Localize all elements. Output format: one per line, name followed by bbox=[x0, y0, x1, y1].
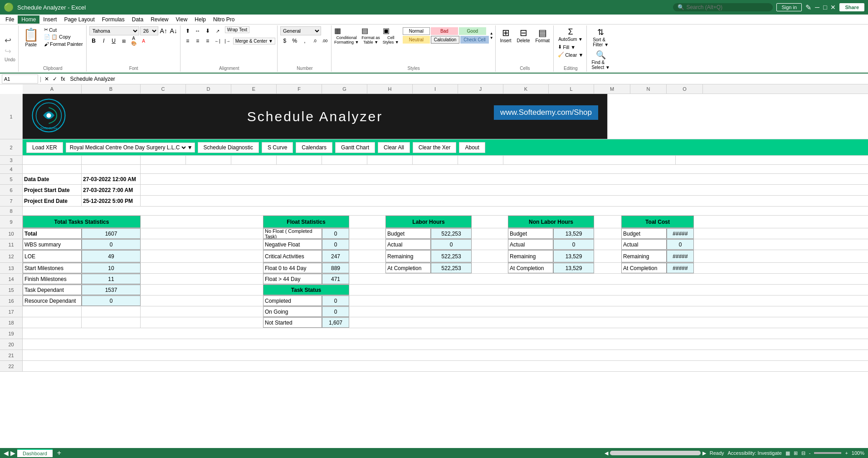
cell-completed-value[interactable]: 0 bbox=[322, 295, 349, 306]
cell-float044-value[interactable]: 889 bbox=[322, 263, 349, 273]
fill-color-button[interactable]: A🎨 bbox=[129, 36, 138, 45]
formula-input[interactable] bbox=[68, 75, 866, 83]
cell-nonlabor-budget-label[interactable]: Budget bbox=[508, 228, 553, 239]
undo-button[interactable]: ↩ bbox=[5, 35, 15, 45]
cell-notstarted-label[interactable]: Not Started bbox=[263, 317, 322, 328]
cell-wbs-value[interactable]: 0 bbox=[82, 239, 141, 250]
cell-nofloat-value[interactable]: 0 bbox=[322, 228, 349, 239]
cell-wbs-label[interactable]: WBS summary bbox=[23, 239, 82, 250]
cell-task-dep-value[interactable]: 1537 bbox=[82, 285, 141, 295]
col-header-d[interactable]: D bbox=[186, 84, 231, 94]
search-box[interactable]: 🔍 bbox=[673, 3, 773, 11]
cell-reference-box[interactable] bbox=[2, 74, 38, 84]
copy-button[interactable]: 📄 📋 Copy bbox=[43, 34, 84, 40]
cell-ongoing-label[interactable]: On Going bbox=[263, 306, 322, 317]
cell-negfloat-label[interactable]: Negative Float bbox=[263, 239, 322, 250]
cell-row19[interactable] bbox=[23, 328, 868, 339]
cell-res-dep-value[interactable]: 0 bbox=[82, 295, 141, 306]
comma-button[interactable]: , bbox=[300, 36, 309, 45]
decrease-font-button[interactable]: A↓ bbox=[169, 26, 178, 35]
cell-total-label[interactable]: Total bbox=[23, 228, 82, 239]
col-header-b[interactable]: B bbox=[82, 84, 141, 94]
increase-font-button[interactable]: A↑ bbox=[159, 26, 168, 35]
row-header-3[interactable]: 3 bbox=[0, 156, 23, 165]
format-as-table-btn[interactable]: ▤ Format asTable ▼ bbox=[361, 26, 380, 44]
cell-nonlabor-atcomp-value[interactable]: 13,529 bbox=[553, 263, 594, 273]
row-header-8[interactable]: 8 bbox=[0, 207, 23, 216]
cell-row21[interactable] bbox=[23, 350, 868, 360]
col-header-j[interactable]: J bbox=[458, 84, 503, 94]
cell-finish-mil-value[interactable]: 11 bbox=[82, 274, 141, 284]
ribbon-collapse-icon[interactable]: ✎ bbox=[805, 3, 811, 12]
col-header-e[interactable]: E bbox=[231, 84, 277, 94]
styles-expand-btn[interactable]: ▲ ▼ bbox=[490, 31, 493, 40]
row-header-14[interactable]: 14 bbox=[0, 274, 23, 285]
cell-b18[interactable] bbox=[82, 317, 141, 328]
cell-loe-value[interactable]: 49 bbox=[82, 250, 141, 262]
paste-button[interactable]: 📋 Paste bbox=[21, 26, 41, 48]
cell-a17[interactable] bbox=[23, 306, 82, 317]
style-calculation[interactable]: Calculation bbox=[431, 36, 459, 44]
cell-c3[interactable] bbox=[141, 156, 186, 164]
row-header-12[interactable]: 12 bbox=[0, 250, 23, 263]
col-header-n[interactable]: N bbox=[630, 84, 667, 94]
increase-decimal-button[interactable]: .0 bbox=[310, 36, 319, 45]
cell-negfloat-value[interactable]: 0 bbox=[322, 239, 349, 250]
cell-labor-budget-label[interactable]: Budget bbox=[385, 228, 431, 239]
cell-data-date-label[interactable]: Data Date bbox=[23, 174, 82, 184]
cell-cost-remaining-value[interactable]: ##### bbox=[667, 250, 694, 262]
cell-critical-label[interactable]: Critical Activities bbox=[263, 250, 322, 262]
row-header-16[interactable]: 16 bbox=[0, 295, 23, 306]
menu-help[interactable]: Help bbox=[191, 15, 210, 24]
menu-page-layout[interactable]: Page Layout bbox=[60, 15, 98, 24]
align-right-button[interactable]: ≡ bbox=[203, 36, 212, 45]
col-header-l[interactable]: L bbox=[549, 84, 594, 94]
style-bad[interactable]: Bad bbox=[431, 27, 458, 35]
cell-start-mil-label[interactable]: Start Milestones bbox=[23, 263, 82, 273]
clear-all-button[interactable]: Clear All bbox=[378, 142, 410, 153]
cell-cost-atcomp-label[interactable]: At Completion bbox=[621, 263, 667, 273]
font-size-select[interactable]: 26 bbox=[140, 26, 158, 35]
font-name-select[interactable]: Tahoma bbox=[89, 26, 139, 35]
style-check-cell[interactable]: Check Cell bbox=[460, 36, 488, 44]
gantt-chart-button[interactable]: Gantt Chart bbox=[335, 142, 375, 153]
cell-float044-label[interactable]: Float 0 to 44 Day bbox=[263, 263, 322, 273]
cell-a4[interactable] bbox=[23, 165, 82, 173]
cell-notstarted-value[interactable]: 1,607 bbox=[322, 317, 349, 328]
cell-float44-label[interactable]: Float > 44 Day bbox=[263, 274, 322, 284]
share-button[interactable]: Share bbox=[839, 3, 864, 11]
row-header-1[interactable]: 1 bbox=[0, 94, 23, 139]
row-header-19[interactable]: 19 bbox=[0, 328, 23, 339]
cell-row20[interactable] bbox=[23, 339, 868, 350]
cell-cost-actual-value[interactable]: 0 bbox=[667, 239, 694, 250]
cell-rest-4[interactable] bbox=[141, 165, 594, 173]
currency-button[interactable]: $ bbox=[280, 36, 289, 45]
menu-file[interactable]: File bbox=[2, 15, 18, 24]
col-header-m[interactable]: M bbox=[594, 84, 630, 94]
cell-k3[interactable] bbox=[503, 156, 676, 164]
cell-a3[interactable] bbox=[23, 156, 82, 164]
cell-project-start-label[interactable]: Project Start Date bbox=[23, 185, 82, 195]
cell-labor-actual-label[interactable]: Actual bbox=[385, 239, 431, 250]
cell-total-value[interactable]: 1607 bbox=[82, 228, 141, 239]
row-header-7[interactable]: 7 bbox=[0, 196, 23, 207]
percent-button[interactable]: % bbox=[290, 36, 299, 45]
cut-button[interactable]: ✂ Cut bbox=[43, 26, 84, 33]
cell-labor-budget-value[interactable]: 522,253 bbox=[431, 228, 472, 239]
cell-cost-atcomp-value[interactable]: ##### bbox=[667, 263, 694, 273]
cell-rest-5[interactable] bbox=[141, 174, 594, 184]
cell-nofloat-label[interactable]: No Float ( Completed Task) bbox=[263, 228, 322, 239]
menu-data[interactable]: Data bbox=[128, 15, 147, 24]
cell-labor-remaining-label[interactable]: Remaining bbox=[385, 250, 431, 262]
style-neutral[interactable]: Neutral bbox=[403, 36, 430, 44]
style-normal[interactable]: Normal bbox=[403, 27, 430, 35]
col-header-f[interactable]: F bbox=[277, 84, 322, 94]
cell-nonlabor-actual-value[interactable]: 0 bbox=[553, 239, 594, 250]
cell-e3[interactable] bbox=[231, 156, 277, 164]
cell-rest-7[interactable] bbox=[141, 196, 594, 206]
col-header-h[interactable]: H bbox=[367, 84, 413, 94]
autosum-button[interactable]: Σ AutoSum ▼ bbox=[556, 26, 585, 43]
find-select-button[interactable]: 🔍 Find &Select ▼ bbox=[590, 49, 611, 71]
calendars-button[interactable]: Calendars bbox=[296, 142, 332, 153]
cell-data-date-value[interactable]: 27-03-2022 12:00 AM bbox=[82, 174, 141, 184]
